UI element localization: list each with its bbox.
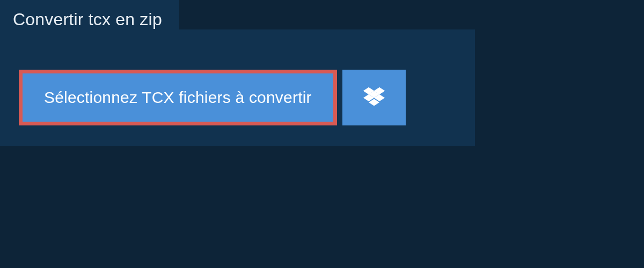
dropbox-icon: [363, 87, 385, 108]
dropbox-button[interactable]: [342, 70, 406, 125]
select-files-button[interactable]: Sélectionnez TCX fichiers à convertir: [19, 70, 337, 125]
tab-label: Convertir tcx en zip: [13, 10, 162, 29]
panel-content: Sélectionnez TCX fichiers à convertir: [0, 29, 475, 146]
button-row: Sélectionnez TCX fichiers à convertir: [19, 70, 475, 125]
converter-panel: Sélectionnez TCX fichiers à convertir: [0, 29, 475, 146]
select-files-label: Sélectionnez TCX fichiers à convertir: [44, 88, 312, 107]
